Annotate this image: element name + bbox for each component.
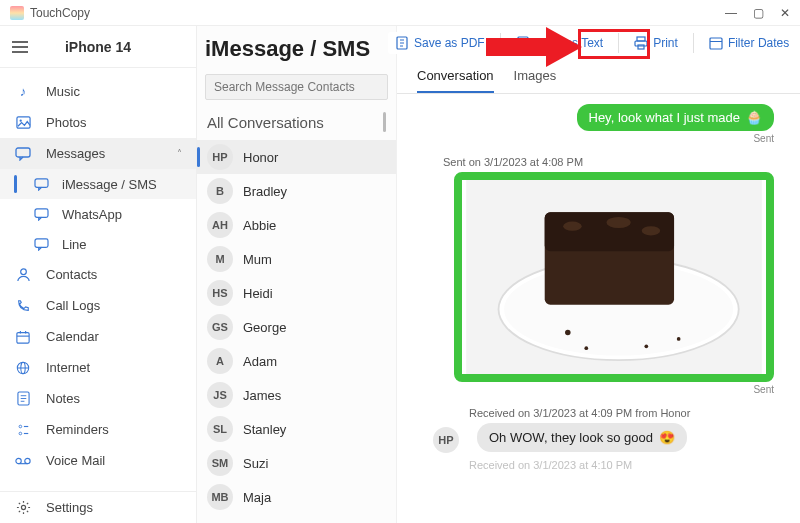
sidebar-subitem-label: Line [62,237,87,252]
sidebar-subitem-whatsapp[interactable]: WhatsApp [0,199,196,229]
svg-point-18 [19,425,22,428]
contacts-icon [14,266,32,284]
sidebar-item-music[interactable]: ♪ Music [0,76,196,107]
contact-item[interactable]: JSJames [197,378,396,412]
sidebar-item-reminders[interactable]: Reminders [0,414,196,445]
sidebar-subitem-line[interactable]: Line [0,229,196,259]
cupcake-emoji: 🧁 [746,110,762,125]
avatar: GS [207,314,233,340]
save-text-button[interactable]: Save as Text [509,32,610,54]
svg-point-31 [563,222,581,231]
sidebar-item-voicemail[interactable]: Voice Mail [0,445,196,476]
photos-icon [14,114,32,132]
sidebar-item-label: Reminders [46,422,109,437]
sidebar-item-calllogs[interactable]: Call Logs [0,290,196,321]
save-pdf-button[interactable]: Save as PDF [388,32,492,54]
contact-name: Bradley [243,184,287,199]
avatar: MB [207,484,233,510]
pdf-icon [395,36,409,50]
avatar: HP [207,144,233,170]
contact-item[interactable]: SLStanley [197,412,396,446]
print-icon [634,36,648,50]
calendar-icon [709,36,723,50]
svg-point-6 [20,269,26,275]
timestamp: Sent on 3/1/2023 at 4:08 PM [423,150,774,172]
sidebar-item-settings[interactable]: Settings [0,492,196,523]
svg-point-32 [607,217,631,228]
chat-icon [34,208,52,221]
contact-item[interactable]: SMSuzi [197,446,396,480]
contact-item[interactable]: MBMaja [197,480,396,514]
app-name: TouchCopy [30,6,90,20]
text-icon [516,36,530,50]
message-image[interactable] [454,172,774,382]
scrollbar-indicator [383,112,386,132]
separator [500,33,501,53]
sidebar-subitem-label: iMessage / SMS [62,177,157,192]
calendar-icon [14,328,32,346]
message-text: Oh WOW, they look so good [489,430,653,445]
sidebar-item-contacts[interactable]: Contacts [0,259,196,290]
messages-icon [14,145,32,163]
svg-rect-3 [35,178,48,186]
conversation-column: Conversation Images Hey, look what I jus… [397,26,800,523]
print-button[interactable]: Print [627,32,685,54]
contact-item[interactable]: AHAbbie [197,208,396,242]
button-label: Save as PDF [414,36,485,50]
svg-point-22 [16,458,21,463]
titlebar: TouchCopy — ▢ ✕ [0,0,800,26]
contact-name: James [243,388,281,403]
contact-item[interactable]: HPHonor [197,140,396,174]
contact-name: Maja [243,490,271,505]
filter-dates-button[interactable]: Filter Dates [702,32,796,54]
sidebar-item-label: Notes [46,391,80,406]
sidebar-item-label: Music [46,84,80,99]
button-label: Print [653,36,678,50]
sidebar-subitem-label: WhatsApp [62,207,122,222]
app-icon [10,6,24,20]
tab-images[interactable]: Images [514,62,557,93]
avatar: A [207,348,233,374]
reminders-icon [14,421,32,439]
contact-item[interactable]: HSHeidi [197,276,396,310]
sidebar-item-photos[interactable]: Photos [0,107,196,138]
avatar: SM [207,450,233,476]
svg-point-36 [644,344,648,348]
close-button[interactable]: ✕ [780,6,790,20]
svg-point-34 [565,330,571,336]
contacts-column: iMessage / SMS All Conversations HPHonor… [197,26,397,523]
sidebar-subitem-imessage[interactable]: iMessage / SMS [0,169,196,199]
sidebar-item-internet[interactable]: Internet [0,352,196,383]
contact-item[interactable]: BBradley [197,174,396,208]
minimize-button[interactable]: — [725,6,737,20]
status-text: Sent [753,133,774,144]
globe-icon [14,359,32,377]
contact-name: George [243,320,286,335]
svg-rect-42 [638,45,644,49]
contact-item[interactable]: MMum [197,242,396,276]
outgoing-message: Hey, look what I just made 🧁 Sent [423,104,774,144]
outgoing-image-message: Sent [423,172,774,395]
sidebar-item-calendar[interactable]: Calendar [0,321,196,352]
tabs: Conversation Images [397,58,800,94]
sidebar-item-label: Voice Mail [46,453,105,468]
sidebar-item-messages[interactable]: Messages ˄ [0,138,196,169]
svg-rect-7 [17,332,29,343]
device-name: iPhone 14 [65,39,131,55]
contact-item[interactable]: AAdam [197,344,396,378]
svg-point-1 [19,120,21,122]
maximize-button[interactable]: ▢ [753,6,764,20]
sidebar: iPhone 14 ♪ Music Photos Messages ˄ [0,26,197,523]
thread[interactable]: Hey, look what I just made 🧁 Sent Sent o… [397,94,800,523]
separator [618,33,619,53]
svg-rect-5 [35,238,48,246]
search-input[interactable] [205,74,388,100]
button-label: Save as Text [535,36,603,50]
contact-name: Mum [243,252,272,267]
toolbar: Save as PDF Save as Text Print Filter Da… [388,32,796,54]
tab-conversation[interactable]: Conversation [417,62,494,93]
menu-icon[interactable] [12,41,28,53]
contact-list[interactable]: HPHonorBBradleyAHAbbieMMumHSHeidiGSGeorg… [197,140,396,523]
sidebar-item-notes[interactable]: Notes [0,383,196,414]
contact-item[interactable]: GSGeorge [197,310,396,344]
